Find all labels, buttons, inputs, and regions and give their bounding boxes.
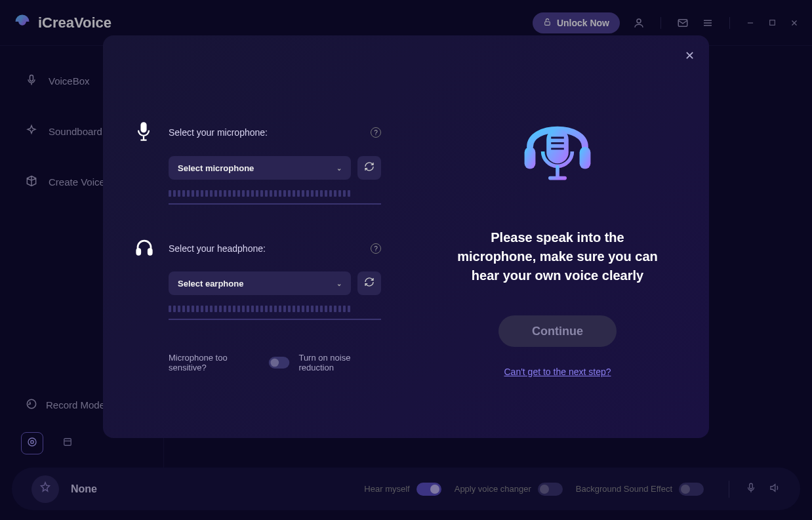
mic-refresh-button[interactable]	[357, 156, 381, 180]
mic-label: Select your microphone:	[169, 127, 268, 138]
refresh-icon	[364, 277, 375, 290]
microphone-select[interactable]: Select microphone ⌄	[169, 156, 351, 180]
help-link[interactable]: Can't get to the next step?	[504, 367, 611, 377]
microphone-block: Select your microphone: ? Select microph…	[134, 121, 381, 205]
close-icon: ✕	[685, 49, 695, 62]
hp-select-value: Select earphone	[178, 279, 243, 289]
help-icon[interactable]: ?	[371, 243, 381, 254]
refresh-icon	[364, 161, 375, 174]
instruction-text: Please speak into the microphone, make s…	[453, 228, 662, 285]
chevron-down-icon: ⌄	[336, 280, 342, 287]
modal-left-panel: Select your microphone: ? Select microph…	[103, 35, 406, 438]
chevron-down-icon: ⌄	[336, 165, 342, 172]
modal-right-panel: Please speak into the microphone, make s…	[406, 35, 709, 438]
mic-select-value: Select microphone	[178, 163, 254, 173]
noise-action-label: Turn on noise reduction	[298, 353, 381, 372]
hp-label: Select your headphone:	[169, 243, 266, 254]
noise-reduction-toggle[interactable]	[269, 357, 290, 369]
microphone-icon	[134, 121, 157, 144]
svg-rect-15	[580, 147, 591, 169]
headset-mic-illustration	[512, 101, 603, 195]
hp-refresh-button[interactable]	[357, 271, 381, 295]
svg-rect-13	[148, 249, 152, 255]
noise-question: Microphone too sensitive?	[169, 353, 260, 372]
continue-label: Continue	[532, 325, 583, 338]
mic-volume-slider[interactable]	[169, 203, 381, 205]
continue-button[interactable]: Continue	[498, 315, 617, 347]
modal-overlay: ✕ Select your microphone: ? Select micro…	[0, 0, 812, 520]
hp-level-meter	[169, 306, 381, 312]
modal-close-button[interactable]: ✕	[685, 49, 695, 63]
help-icon[interactable]: ?	[371, 127, 381, 138]
svg-rect-11	[140, 122, 146, 132]
svg-rect-12	[137, 249, 140, 255]
noise-reduction-row: Microphone too sensitive? Turn on noise …	[169, 353, 381, 372]
headphone-icon	[134, 237, 157, 260]
headphone-select[interactable]: Select earphone ⌄	[169, 271, 351, 295]
hp-volume-slider[interactable]	[169, 319, 381, 320]
svg-rect-16	[546, 129, 569, 163]
setup-modal: ✕ Select your microphone: ? Select micro…	[103, 35, 709, 438]
mic-level-meter	[169, 190, 381, 197]
headphone-block: Select your headphone: ? Select earphone…	[134, 237, 381, 320]
svg-rect-14	[525, 147, 536, 169]
